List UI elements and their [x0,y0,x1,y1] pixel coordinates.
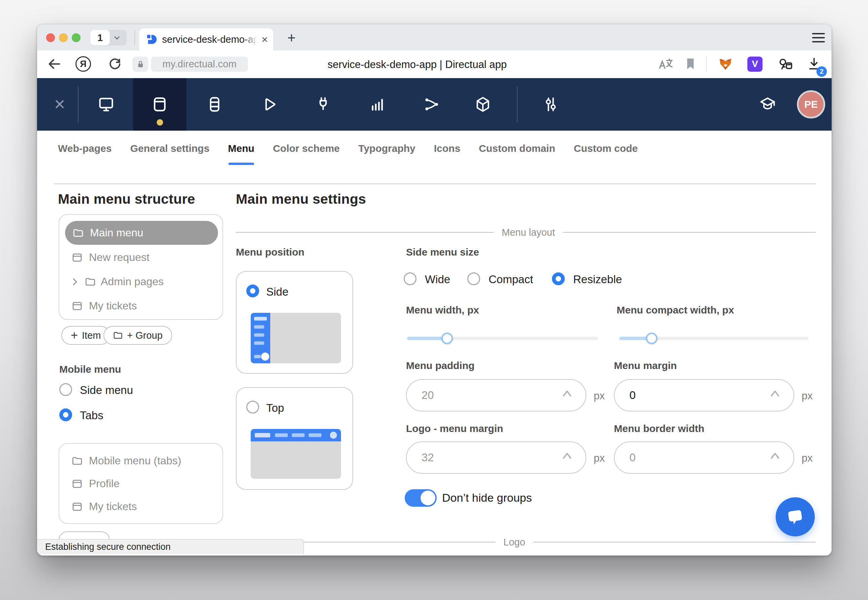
radio-resizeble[interactable] [552,273,565,285]
back-icon[interactable] [47,56,62,72]
radio-side-menu-label[interactable]: Side menu [80,384,133,397]
webapp-monitor-icon[interactable] [97,95,115,113]
radio-position-side-label[interactable]: Side [266,285,289,298]
secure-lock-chip[interactable] [132,56,148,72]
side-menu-size-label: Side menu size [406,247,479,258]
close-app-icon[interactable]: × [50,94,69,114]
browser-window: 1 service-desk-demo-app × + Я [37,24,832,556]
close-window-button[interactable] [46,33,55,42]
chat-support-button[interactable] [776,497,815,536]
logo-menu-margin-input[interactable]: 32 [406,441,586,474]
tab-general-settings[interactable]: General settings [130,143,209,170]
menu-compact-width-label: Menu compact width, px [617,305,734,316]
settings-sliders-icon[interactable] [542,95,559,113]
page-title: service-desk-demo-app | Directual app [327,59,507,71]
tree-item-main-menu[interactable]: Main menu [65,221,218,245]
add-group-button[interactable]: + Group [103,326,172,345]
page-icon [71,300,83,312]
radio-wide[interactable] [404,273,417,285]
stepper-up-icon[interactable] [560,450,574,460]
tree-item-admin-pages[interactable]: Admin pages [70,276,164,288]
tree-item-my-tickets[interactable]: My tickets [71,300,137,312]
browser-menu-icon[interactable] [812,33,825,45]
settings-title: Main menu settings [236,191,366,207]
tab-icons[interactable]: Icons [434,143,460,170]
page-icon [71,252,83,263]
tabs-divider-line [54,183,815,184]
dont-hide-groups-toggle[interactable] [405,489,437,507]
tab-menu[interactable]: Menu [228,143,254,170]
radio-position-top-label[interactable]: Top [266,402,284,415]
slider-handle[interactable] [646,333,657,344]
radio-resizeble-label[interactable]: Resizeble [573,273,622,286]
stepper-up-icon[interactable] [768,450,782,460]
tab-list-chevron[interactable] [107,30,127,45]
top-layout-preview [251,429,341,479]
api-plug-icon[interactable] [315,95,332,113]
tab-typography[interactable]: Typography [358,143,415,170]
stepper-up-icon[interactable] [768,388,782,398]
reload-icon[interactable] [107,56,123,72]
radio-position-top[interactable] [246,401,259,414]
folder-icon [71,455,83,467]
zoom-window-button[interactable] [72,33,81,42]
browser-tab-active[interactable]: service-desk-demo-app × [139,28,273,50]
slider-handle[interactable] [441,333,453,344]
add-item-button[interactable]: + Item [61,326,110,345]
password-key-icon[interactable] [778,56,793,72]
tab-count-badge[interactable]: 1 [90,30,110,45]
menu-border-width-input[interactable]: 0 [614,441,794,474]
menu-width-slider[interactable] [407,332,598,344]
database-icon[interactable] [206,95,223,113]
radio-side-menu[interactable] [59,383,72,396]
user-avatar[interactable]: PE [797,90,825,118]
integrations-flow-icon[interactable] [423,95,441,113]
menu-compact-width-slider[interactable] [619,332,809,344]
radio-compact-label[interactable]: Compact [489,273,533,286]
v-extension-icon[interactable]: V [747,56,763,72]
tree-item-mobile-menu-tabs[interactable]: Mobile menu (tabs) [71,455,181,467]
menu-margin-input[interactable]: 0 [614,379,794,411]
tab-close-button[interactable]: × [261,34,268,45]
academy-cap-icon[interactable] [759,95,776,113]
main-menu-tree: Main menu New request Admin pages My tic… [59,214,223,320]
radio-compact[interactable] [467,273,480,285]
menu-position-top-card[interactable]: Top [236,387,353,490]
stepper-up-icon[interactable] [560,388,574,398]
download-count-badge[interactable]: 2 [816,66,827,77]
folder-icon [73,227,84,239]
translate-icon[interactable] [658,56,673,72]
tab-custom-domain[interactable]: Custom domain [479,143,555,170]
directual-toolbar: × [37,78,832,131]
scenarios-play-icon[interactable] [260,95,278,113]
radio-position-side[interactable] [246,285,259,297]
analytics-bars-icon[interactable] [369,95,386,113]
menu-position-side-card[interactable]: Side [236,271,353,374]
bookmark-icon[interactable] [683,56,698,72]
tree-item-my-tickets-mobile[interactable]: My tickets [71,500,137,513]
tree-item-profile[interactable]: Profile [71,477,120,490]
tab-counter[interactable]: 1 [90,30,127,45]
address-field[interactable]: my.directual.com [151,56,248,72]
mobile-menu-tree: Mobile menu (tabs) Profile My tickets [59,443,223,524]
minimize-window-button[interactable] [59,33,68,42]
menu-padding-input[interactable]: 20 [406,379,586,411]
menu-layout-section-label: Menu layout [502,227,555,238]
directual-favicon [146,34,157,45]
tab-title: service-desk-demo-app [162,34,260,45]
radio-tabs[interactable] [59,408,72,421]
tab-color-scheme[interactable]: Color scheme [273,143,340,170]
tree-item-new-request[interactable]: New request [71,251,150,264]
tab-custom-code[interactable]: Custom code [574,143,638,170]
tab-web-pages[interactable]: Web-pages [58,143,111,170]
navbar-divider [706,57,707,71]
settings-tabs: Web-pages General settings Menu Color sc… [58,143,638,170]
new-tab-button[interactable]: + [284,30,299,46]
metamask-extension-icon[interactable] [718,56,733,72]
marketplace-cube-icon[interactable] [474,95,492,113]
yandex-browser-icon[interactable]: Я [76,56,91,72]
radio-wide-label[interactable]: Wide [425,273,450,286]
logo-menu-margin-unit: px [594,452,605,464]
menu-width-label: Menu width, px [406,305,479,316]
radio-tabs-label[interactable]: Tabs [80,409,103,422]
